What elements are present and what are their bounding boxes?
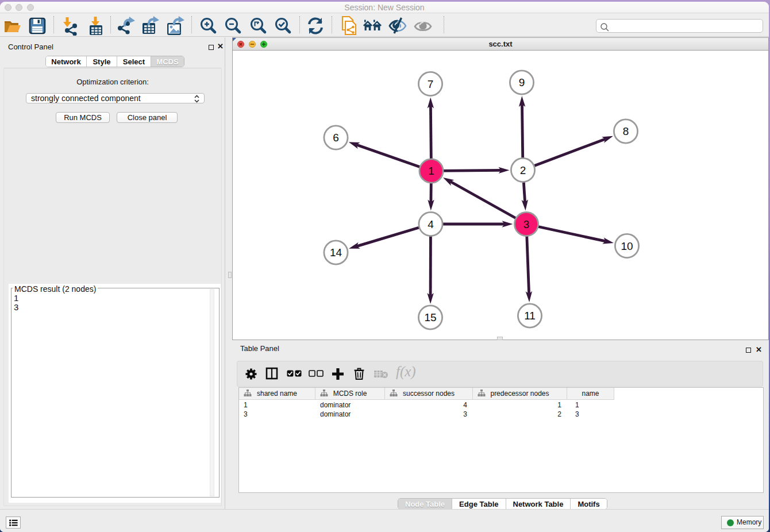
svg-text:4: 4 xyxy=(428,218,434,230)
svg-text:1: 1 xyxy=(428,165,434,177)
svg-text:3: 3 xyxy=(523,218,530,230)
svg-text:14: 14 xyxy=(330,246,342,259)
svg-text:10: 10 xyxy=(621,240,633,252)
svg-text:11: 11 xyxy=(524,310,536,322)
svg-text:6: 6 xyxy=(333,132,339,144)
svg-text:2: 2 xyxy=(520,164,526,176)
svg-text:8: 8 xyxy=(623,125,629,137)
svg-text:9: 9 xyxy=(519,76,525,88)
svg-text:15: 15 xyxy=(424,311,436,323)
svg-text:7: 7 xyxy=(428,78,434,90)
